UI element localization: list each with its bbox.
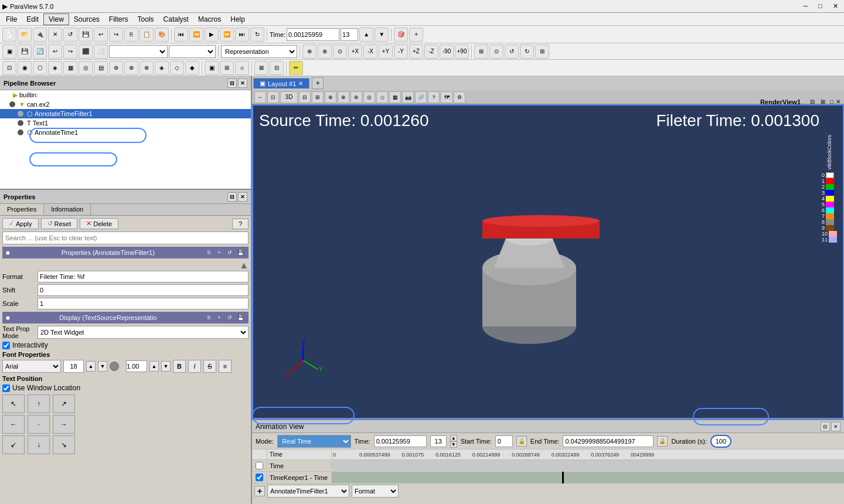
tb3-btn12[interactable]: ◇ [170,61,184,75]
next-frame-button[interactable]: ⏩ [220,28,234,42]
tb2-btn3[interactable]: 🔄 [33,45,47,59]
first-frame-button[interactable]: ⏮ [174,28,188,42]
align-button[interactable]: ≡ [219,360,232,373]
tb3-btn2[interactable]: ◉ [18,61,32,75]
tb2-orient3[interactable]: ⊙ [333,45,347,59]
frame-input[interactable] [341,28,358,41]
opacity-down-button[interactable]: ▼ [161,361,171,372]
tab-properties[interactable]: Properties [0,204,44,215]
paste-button[interactable]: 📋 [139,28,154,42]
play-button[interactable]: ▶ [205,28,219,42]
tb2-extra5[interactable]: ⊞ [535,45,549,59]
pos-tl-button[interactable]: ↖ [2,394,25,413]
mode-select[interactable]: Real Time Sequence Snap To TimeSteps [277,435,351,448]
tb2-btn1[interactable]: ▣ [2,45,16,59]
tab-information[interactable]: Information [44,204,91,215]
time-input[interactable] [287,28,339,41]
props-search-input[interactable] [2,231,249,244]
pipeline-item-annotate1[interactable]: ⬡ AnnotateTimeFilter1 [0,109,251,118]
refresh-button[interactable]: ↺ [63,28,77,42]
vp-3d-btn[interactable]: 3D [280,91,298,103]
render-view-split-h-btn[interactable]: ⊟ [810,98,815,105]
menu-catalyst[interactable]: Catalyst [159,14,193,25]
pos-bl-button[interactable]: ↙ [2,435,25,454]
pos-tc-button[interactable]: ↑ [28,394,50,413]
font-family-select[interactable]: Arial [2,360,61,373]
anim-frame-input[interactable] [430,435,447,447]
font-opacity-input[interactable] [126,360,147,372]
pos-bc-button[interactable]: ↓ [28,435,50,454]
tb2-btn7[interactable]: ⬜ [94,45,108,59]
font-size-down-button[interactable]: ▼ [98,361,107,372]
tb2-btn6[interactable]: ⬛ [79,45,93,59]
layout-tab-1[interactable]: ▣ Layout #1 ✕ [253,78,309,88]
tb2-btn2[interactable]: 💾 [18,45,32,59]
time-row-checkbox[interactable] [256,462,263,469]
prev-frame-button[interactable]: ⏪ [189,28,203,42]
italic-button[interactable]: I [188,360,201,373]
frame-down-btn[interactable]: ▼ [450,441,457,448]
plus-button[interactable]: + [409,28,423,42]
tb3-view2[interactable]: ⊞ [220,61,234,75]
section1-new-btn[interactable]: + [215,248,224,257]
anim-close-button[interactable]: ✕ [831,422,840,431]
tb2-dropdown[interactable] [109,45,168,58]
tb2-rot1[interactable]: -90 [440,45,454,59]
timekeeper-row-checkbox[interactable] [256,474,263,481]
font-size-input[interactable] [63,360,84,373]
frame-up-btn[interactable]: ▲ [450,435,457,441]
tb3-btn3[interactable]: ⬡ [33,61,47,75]
disconnect-button[interactable]: ✕ [48,28,62,42]
shift-input[interactable] [38,284,249,296]
section1-copy-btn[interactable]: ⎘ [204,248,213,257]
props-float-button[interactable]: ⊟ [227,192,237,202]
copy-button[interactable]: ⎘ [124,28,138,42]
pipeline-item-annotate2[interactable]: ⬡ AnnotateTime1 [0,128,251,137]
format-input[interactable] [38,271,249,282]
tb2-orient5[interactable]: -X [363,45,377,59]
new-button[interactable]: 📄 [2,28,16,42]
track-source-select[interactable]: AnnotateTimeFilter1 [267,485,349,498]
vp-select4-btn[interactable]: ⊛ [350,91,362,103]
display-save-btn[interactable]: 💾 [236,313,245,322]
pipeline-item-can[interactable]: ▼ can.ex2 [0,100,251,109]
anim-float-button[interactable]: ⊟ [821,422,830,431]
menu-macros[interactable]: Macros [193,14,226,25]
tb2-orient4[interactable]: +X [348,45,362,59]
vp-camera-btn[interactable]: 📷 [402,91,414,103]
tb3-btn7[interactable]: ▤ [94,61,108,75]
tb3-view1[interactable]: ▣ [205,61,219,75]
anim-frame-spinbox[interactable]: ▲ ▼ [450,435,457,448]
help-button[interactable]: ? [232,219,249,229]
render-view-max-btn[interactable]: □ [830,98,833,105]
tb2-rot2[interactable]: +90 [455,45,469,59]
tb2-extra1[interactable]: ⊞ [474,45,488,59]
delete-button[interactable]: ✕ Delete [80,218,118,229]
tb3-btn8[interactable]: ⊛ [109,61,123,75]
viewport-3d[interactable]: Source Time: 0.001260 Fileter Time: 0.00… [252,104,844,419]
pos-br-button[interactable]: ↘ [53,435,75,454]
tb2-orient7[interactable]: -Y [394,45,408,59]
loop-button[interactable]: ↻ [250,28,264,42]
tb2-btn5[interactable]: ↪ [63,45,77,59]
start-time-input[interactable] [495,435,513,447]
vp-select6-btn[interactable]: ◇ [376,91,388,103]
tb3-btn6[interactable]: ◎ [79,61,93,75]
section1-refresh-btn[interactable]: ↺ [225,248,234,257]
tb2-orient8[interactable]: +Z [409,45,423,59]
tb2-btn4[interactable]: ↩ [48,45,62,59]
bold-button[interactable]: B [173,360,186,373]
pick-button[interactable]: 🎯 [394,28,408,42]
close-button[interactable]: ✕ [829,2,842,10]
font-color-swatch[interactable] [110,362,119,371]
tb3-btn4[interactable]: ◈ [48,61,62,75]
tb3-btn9[interactable]: ⊕ [124,61,138,75]
vp-interact-btn[interactable]: ↔ [254,91,266,103]
pos-ml-button[interactable]: ← [2,415,25,434]
section1-save-btn[interactable]: 💾 [236,248,245,257]
tb3-btn11[interactable]: ◈ [155,61,169,75]
open-button[interactable]: 📂 [18,28,32,42]
start-time-lock[interactable]: 🔒 [516,436,527,447]
tb3-overlay[interactable]: ⌽ [235,61,249,75]
maximize-button[interactable]: □ [815,2,826,10]
